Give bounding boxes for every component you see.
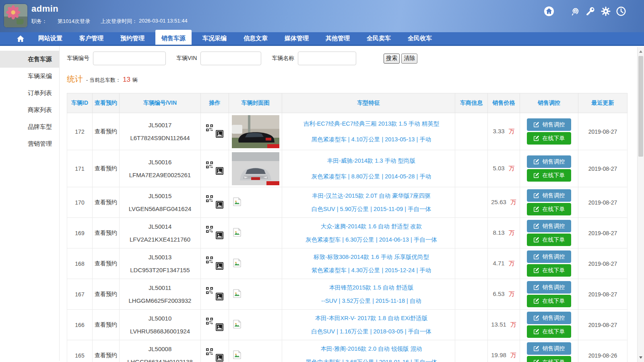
nav-tab-5[interactable]: 信息文章 [237,32,274,45]
nav-tab-0[interactable]: 网站设置 [32,32,68,45]
online-order-button[interactable]: 在线下单 [527,203,571,215]
table-row: 165 查看预约 JL50008 LHGCR6634JH0102138 [67,340,627,362]
sidebar-item-4[interactable]: 品牌车型 [0,118,59,135]
vehicle-name-input[interactable] [298,52,356,65]
online-order-button[interactable]: 在线下单 [527,356,571,362]
nav-tab-4[interactable]: 车况采编 [196,32,233,45]
photo-icon[interactable] [216,262,223,271]
view-booking-link[interactable]: 查看预约 [95,165,117,172]
online-order-button[interactable]: 在线下单 [527,169,571,182]
online-order-label: 在线下单 [543,359,565,362]
sidebar-item-5[interactable]: 营销管理 [0,135,59,152]
car-photo [232,115,279,148]
photo-icon[interactable] [216,130,223,139]
vertical-scrollbar[interactable] [637,47,644,362]
photo-icon[interactable] [216,201,223,210]
dealer-info [455,150,488,187]
view-booking-link[interactable]: 查看预约 [95,230,117,236]
photo-icon[interactable] [216,323,223,332]
price-value: 5.03 [493,165,504,172]
nav-tab-1[interactable]: 客户管理 [73,32,109,45]
sales-control-button[interactable]: 销售调控 [527,250,571,263]
nav-tab-7[interactable]: 其他管理 [320,32,356,45]
online-order-button[interactable]: 在线下单 [527,234,571,246]
view-booking-link[interactable]: 查看预约 [95,352,117,358]
qrcode-icon[interactable] [206,161,213,170]
sales-control-button[interactable]: 销售调控 [527,342,571,355]
nav-tab-3[interactable]: 销售车源 [155,30,192,45]
car-vin: LFV2A21KXE4121760 [120,236,200,243]
qrcode-icon[interactable] [206,318,213,326]
nav-tab-9[interactable]: 全民收车 [402,32,438,45]
car-title-link[interactable]: 大众-速腾-2014款 1.6 自动 舒适型 改款 [288,223,455,230]
spiral-icon[interactable] [570,6,580,17]
scroll-up-arrow[interactable] [639,50,642,53]
clear-button[interactable]: 清除 [401,54,417,64]
clock-icon[interactable] [615,6,626,17]
sidebar-item-0[interactable]: 在售车源 [0,51,59,68]
car-vin: LVGEN56A8FG041624 [120,205,200,212]
car-title-link[interactable]: 丰田-汉兰达-2015款 2.0T 自动 豪华版7座四驱 [288,192,455,200]
search-button[interactable]: 搜索 [384,54,400,64]
car-title-link[interactable]: 本田-雅阁-2016款 2.0 自动 锐领版 混动 [288,345,455,353]
online-order-button[interactable]: 在线下单 [527,325,571,338]
nav-tab-6[interactable]: 媒体管理 [279,32,315,45]
sales-control-button[interactable]: 销售调控 [527,312,571,324]
car-title-link[interactable]: 丰田-威驰-2014款 1.3 手动 型尚版 [288,157,455,165]
photo-icon[interactable] [216,354,223,362]
broken-image-icon [233,228,241,238]
car-code: JL50008 [120,345,200,352]
car-title-link[interactable]: 标致-标致308-2014款 1.6 手动 乐享版优尚型 [288,253,455,261]
online-order-button[interactable]: 在线下单 [527,295,571,307]
vehicle-vin-input[interactable] [200,52,261,65]
column-header: 操作 [201,93,229,113]
car-id: 168 [67,248,93,279]
scrollbar-thumb[interactable] [638,56,643,157]
online-order-button[interactable]: 在线下单 [527,264,571,277]
key-icon[interactable] [585,6,596,17]
sales-control-button[interactable]: 销售调控 [527,281,571,294]
nav-home-icon[interactable] [14,32,30,45]
login-count: 第1014次登录 [58,18,90,25]
sales-control-button[interactable]: 销售调控 [527,189,571,202]
qrcode-icon[interactable] [206,226,213,234]
edit-icon [533,284,539,290]
sales-control-button[interactable]: 销售调控 [527,220,571,232]
scroll-down-arrow[interactable] [639,356,642,359]
edit-icon [533,192,539,199]
view-booking-link[interactable]: 查看预约 [95,199,117,205]
vehicle-name-label: 车辆名称 [272,55,294,62]
car-vin: LFMA7E2A9E0025261 [120,172,200,178]
car-code: JL50014 [120,223,200,230]
car-title-link[interactable]: 本田锋范2015款 1.5 自动 舒适版 [288,284,455,292]
photo-icon[interactable] [216,293,223,302]
home-icon[interactable] [543,6,554,17]
nav-tab-2[interactable]: 预约管理 [114,32,151,45]
sidebar-item-2[interactable]: 订单列表 [0,85,59,101]
view-booking-link[interactable]: 查看预约 [95,260,117,267]
vehicle-code-input[interactable] [93,52,166,65]
photo-icon[interactable] [216,167,223,176]
car-specs: 白色SUV | 5.90万公里 | 2015-11-09 | 手自一体 [288,205,455,213]
sidebar-item-3[interactable]: 商家列表 [0,101,59,118]
cover-cell [229,150,282,187]
online-order-button[interactable]: 在线下单 [527,132,571,145]
sidebar-item-1[interactable]: 车辆采编 [0,68,59,85]
view-booking-link[interactable]: 查看预约 [95,321,117,328]
nav-tab-8[interactable]: 全民卖车 [361,32,397,45]
qrcode-icon[interactable] [206,124,213,132]
car-title-link[interactable]: 吉利-EC7经典-EC7经典三厢 2013款 1.5 手动 精英型 [288,120,455,128]
column-header: 销售价格 [488,93,520,113]
car-title-link[interactable]: 本田-本田XR-V- 2017款 1.8 自动 EXi舒适版 [288,314,455,322]
sales-control-button[interactable]: 销售调控 [527,118,571,131]
view-booking-link[interactable]: 查看预约 [95,291,117,297]
gear-icon[interactable] [600,6,611,17]
qrcode-icon[interactable] [206,257,213,265]
photo-icon[interactable] [216,232,223,240]
qrcode-icon[interactable] [206,348,213,356]
qrcode-icon[interactable] [206,195,213,203]
sales-control-button[interactable]: 销售调控 [527,155,571,168]
qrcode-icon[interactable] [206,287,213,295]
car-vin: LHGCR6634JH0102138 [120,358,200,362]
view-booking-link[interactable]: 查看预约 [95,128,117,134]
